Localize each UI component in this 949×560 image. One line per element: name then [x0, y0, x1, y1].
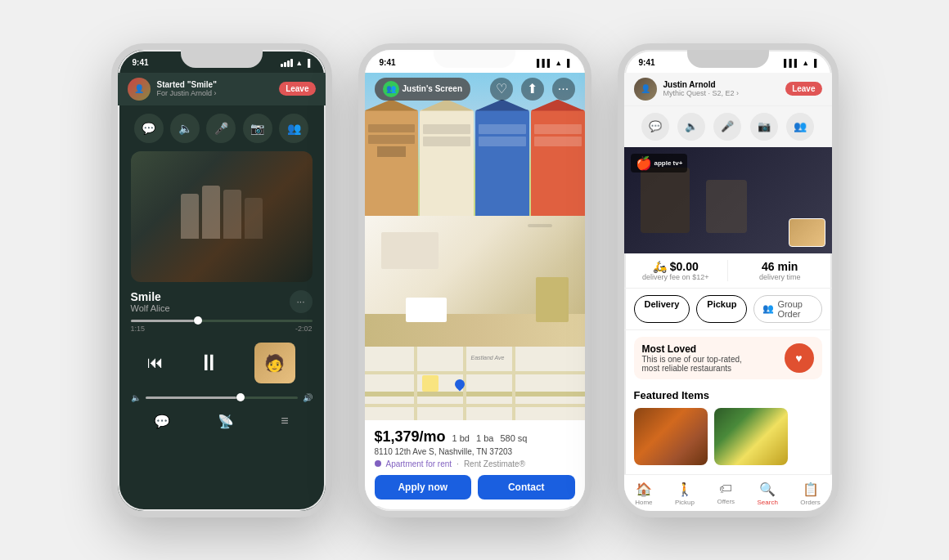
featured-food-images [624, 405, 832, 468]
delivery-time-label: delivery time [738, 273, 822, 281]
pause-button[interactable]: ⏸ [197, 349, 220, 376]
offers-label: Offers [717, 498, 735, 505]
townhouses [365, 110, 585, 216]
most-loved-subtitle: This is one of our top-rated,most reliab… [642, 355, 778, 373]
pip-thumbnail-3 [789, 218, 825, 247]
message-button[interactable]: 💬 [134, 114, 164, 143]
volume-bar[interactable] [146, 396, 298, 399]
message-button-3[interactable]: 💬 [641, 113, 669, 141]
food-image-1[interactable] [634, 408, 708, 465]
notch-3 [687, 50, 769, 68]
search-icon: 🔍 [759, 482, 776, 497]
nav-offers[interactable]: 🏷 Offers [717, 482, 735, 506]
nav-home[interactable]: 🏠 Home [635, 482, 652, 506]
bottom-icons: 💬 📡 ≡ [118, 409, 326, 434]
most-loved-badge: ♥ [785, 343, 814, 373]
song-details: Smile Wolf Alice [131, 290, 170, 313]
nav-search[interactable]: 🔍 Search [758, 482, 778, 506]
signal-icon [281, 59, 293, 67]
people-button-3[interactable]: 👥 [786, 113, 814, 141]
rewind-button[interactable]: ⏮ [147, 353, 164, 372]
divider: · [457, 459, 459, 468]
listing-action-buttons: Apply now Contact [375, 475, 575, 500]
offers-icon: 🏷 [719, 482, 732, 496]
divider-v [727, 260, 728, 281]
nav-orders[interactable]: 📋 Orders [800, 482, 820, 506]
leave-button-3[interactable]: Leave [785, 82, 821, 96]
delivery-time: 46 min [738, 260, 822, 273]
mic-button-3[interactable]: 🎤 [713, 113, 741, 141]
heart-icon[interactable]: ♡ [490, 78, 513, 101]
map-image: Eastland Ave [365, 347, 585, 420]
notch [181, 50, 263, 68]
time-1: 9:41 [133, 58, 149, 67]
house-2 [420, 110, 474, 216]
header-actions: ♡ ⬆ ··· [490, 78, 575, 101]
delivery-pill[interactable]: Delivery [634, 295, 690, 323]
facetime-banner-3: 👤 Justin Arnold Mythic Quest · S2, E2 › … [624, 73, 832, 106]
delivery-fee-label: delivery fee on $12+ [634, 273, 718, 281]
status-icons-1: ▲ ▐ [281, 59, 310, 67]
food-image-2[interactable] [714, 408, 788, 465]
banner-sub: For Justin Arnold › [157, 89, 273, 97]
appletv-label: apple tv+ [654, 159, 683, 167]
map-street-label: Eastland Ave [471, 355, 505, 361]
listing-details: $1,379/mo 1 bd 1 ba 580 sq 8110 12th Ave… [365, 420, 585, 506]
house-1 [365, 110, 419, 216]
screen-share-icon: 👥 [383, 81, 399, 97]
order-type-pills: Delivery Pickup 👥 Group Order [624, 289, 832, 330]
speaker-button[interactable]: 🔈 [170, 114, 200, 143]
speaker-button-3[interactable]: 🔈 [677, 113, 705, 141]
search-label: Search [758, 499, 778, 506]
banner-text: Started "Smile" For Justin Arnold › [157, 80, 273, 97]
pip-thumbnail[interactable]: 🧑 [254, 343, 295, 383]
avatar-1: 👤 [128, 78, 151, 101]
call-controls: 💬 🔈 🎤 📷 👥 [118, 105, 326, 151]
most-loved-banner: Most Loved This is one of our top-rated,… [634, 337, 822, 379]
pickup-icon: 🚶 [677, 482, 693, 497]
album-art [131, 151, 313, 282]
camera-button[interactable]: 📷 [243, 114, 272, 143]
group-order-pill[interactable]: 👥 Group Order [753, 295, 821, 323]
camera-button-3[interactable]: 📷 [750, 113, 778, 141]
more-icon[interactable]: ··· [552, 78, 575, 101]
type-dot [375, 460, 381, 467]
doordash-icon: 🛵 [653, 260, 670, 273]
listing-type-row: Apartment for rent · Rent Zestimate® [375, 459, 575, 468]
battery-icon-2: ▐ [564, 59, 569, 67]
call-controls-3: 💬 🔈 🎤 📷 👥 [624, 106, 832, 147]
banner-title: Started "Smile" [157, 80, 273, 89]
share-icon[interactable]: ⬆ [521, 78, 544, 101]
time-display: 1:15 -2:02 [131, 325, 313, 333]
lyrics-icon[interactable]: 💬 [154, 414, 170, 429]
volume-low-icon: 🔈 [131, 393, 141, 402]
delivery-fee: 🛵 $0.00 [634, 260, 718, 273]
person-figure-2 [706, 180, 747, 233]
people-button[interactable]: 👥 [279, 114, 308, 143]
wifi-icon-3: ▲ [802, 59, 809, 67]
phone-realestate: 9:41 ▌▌▌ ▲ ▐ 👥 Justin's Screen ♡ ⬆ ··· [358, 43, 591, 517]
leave-button[interactable]: Leave [279, 82, 315, 96]
most-loved-text: Most Loved This is one of our top-rated,… [642, 343, 778, 373]
progress-bar[interactable] [131, 320, 313, 322]
battery-icon-3: ▐ [812, 59, 816, 67]
orders-label: Orders [800, 499, 820, 506]
most-loved-title: Most Loved [642, 343, 778, 355]
house-4 [531, 110, 585, 216]
time-3: 9:41 [639, 58, 655, 67]
contact-button[interactable]: Contact [478, 475, 575, 500]
more-button[interactable]: ··· [290, 290, 313, 313]
listing-address: 8110 12th Ave S, Nashville, TN 37203 [375, 447, 575, 456]
listing-baths: 1 ba [476, 433, 493, 443]
airplay-icon[interactable]: 📡 [218, 414, 234, 429]
apply-now-button[interactable]: Apply now [375, 475, 472, 500]
signal-icon-3: ▌▌▌ [784, 59, 799, 67]
nav-pickup[interactable]: 🚶 Pickup [675, 482, 695, 506]
queue-icon[interactable]: ≡ [281, 414, 288, 429]
mic-button[interactable]: 🎤 [206, 114, 236, 143]
wifi-icon: ▲ [295, 59, 303, 67]
pickup-pill[interactable]: Pickup [696, 295, 747, 323]
listing-sqft: 580 sq [500, 433, 527, 443]
progress-fill [131, 320, 195, 322]
facetime-banner: 👤 Started "Smile" For Justin Arnold › Le… [118, 73, 326, 105]
